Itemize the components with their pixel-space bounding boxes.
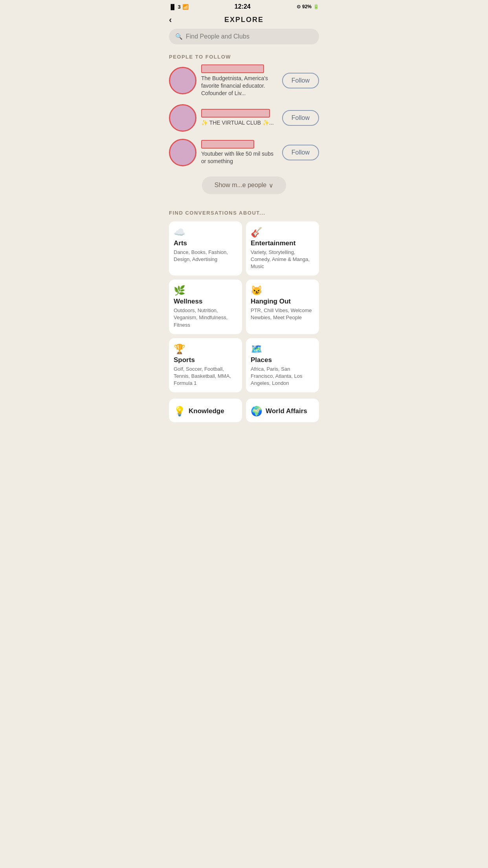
entertainment-name: Entertainment — [251, 239, 314, 247]
nav-bar: ‹ EXPLORE — [163, 12, 325, 29]
knowledge-icon: 💡 — [174, 406, 185, 417]
follow-button-3[interactable]: Follow — [282, 145, 319, 160]
places-subtopics: Africa, Paris, San Francisco, Atlanta, L… — [251, 366, 314, 387]
topic-card-arts[interactable]: ☁️ Arts Dance, Books, Fashion, Design, A… — [169, 221, 242, 276]
battery-bar: 🔋 — [313, 4, 319, 9]
people-section-header: PEOPLE TO FOLLOW — [163, 51, 325, 64]
wellness-subtopics: Outdoors, Nutrition, Veganism, Mindfulne… — [174, 307, 237, 329]
status-left: ▐▌ 3 📶 — [169, 4, 189, 10]
topic-card-sports[interactable]: 🏆 Sports Golf, Soccer, Football, Tennis,… — [169, 338, 242, 393]
sports-icon: 🏆 — [174, 344, 237, 355]
show-more-button[interactable]: Show m...e people ∨ — [202, 177, 286, 194]
page-title: EXPLORE — [224, 16, 264, 24]
person-name-redacted — [201, 140, 254, 149]
sports-subtopics: Golf, Soccer, Football, Tennis, Basketba… — [174, 366, 237, 387]
topic-card-wellness[interactable]: 🌿 Wellness Outdoors, Nutrition, Veganism… — [169, 280, 242, 334]
arts-name: Arts — [174, 239, 237, 247]
conversations-grid: ☁️ Arts Dance, Books, Fashion, Design, A… — [169, 221, 319, 393]
search-container: 🔍 — [163, 29, 325, 51]
people-list: The Budgetnista, America's favorite fina… — [163, 64, 325, 166]
world-affairs-name: World Affairs — [266, 407, 307, 415]
avatar — [169, 104, 196, 132]
wifi-icon: 📶 — [182, 4, 189, 10]
show-more-container: Show m...e people ∨ — [163, 173, 325, 204]
entertainment-subtopics: Variety, Storytelling, Comedy, Anime & M… — [251, 249, 314, 270]
topic-card-hanging-out[interactable]: 😼 Hanging Out PTR, Chill Vibes, Welcome … — [246, 280, 319, 334]
status-time: 12:24 — [235, 3, 251, 10]
places-icon: 🗺️ — [251, 344, 314, 355]
conversations-section: FIND CONVERSATIONS ABOUT... ☁️ Arts Danc… — [163, 204, 325, 399]
status-bar: ▐▌ 3 📶 12:24 ⊙ 92% 🔋 — [163, 0, 325, 12]
back-button[interactable]: ‹ — [169, 15, 172, 25]
world-affairs-icon: 🌍 — [251, 406, 262, 417]
wellness-icon: 🌿 — [174, 285, 237, 296]
person-info: Youtuber with like 50 mil subs or someth… — [201, 140, 277, 165]
battery-percent: 92% — [302, 4, 312, 9]
arts-subtopics: Dance, Books, Fashion, Design, Advertisi… — [174, 249, 237, 263]
follow-button-2[interactable]: Follow — [282, 110, 319, 126]
person-bio: ✨ THE VIRTUAL CLUB ✨... — [201, 119, 277, 127]
sports-name: Sports — [174, 356, 237, 364]
search-bar[interactable]: 🔍 — [169, 29, 319, 44]
topic-card-knowledge[interactable]: 💡 Knowledge — [169, 399, 242, 422]
avatar — [169, 67, 196, 94]
arts-icon: ☁️ — [174, 227, 237, 238]
status-right: ⊙ 92% 🔋 — [297, 4, 319, 9]
person-name-redacted — [201, 64, 264, 73]
network-label: 3 — [178, 4, 180, 10]
person-item: The Budgetnista, America's favorite fina… — [169, 64, 319, 97]
bottom-partial-cards: 💡 Knowledge 🌍 World Affairs — [163, 399, 325, 422]
conversations-section-header: FIND CONVERSATIONS ABOUT... — [169, 207, 319, 221]
topic-card-places[interactable]: 🗺️ Places Africa, Paris, San Francisco, … — [246, 338, 319, 393]
show-more-label: Show m...e people — [215, 182, 267, 189]
person-item: ✨ THE VIRTUAL CLUB ✨... Follow — [169, 104, 319, 132]
person-name-redacted — [201, 109, 270, 118]
entertainment-icon: 🎸 — [251, 227, 314, 238]
knowledge-name: Knowledge — [189, 407, 224, 415]
signal-icon: ▐▌ — [169, 4, 176, 10]
follow-button-1[interactable]: Follow — [282, 73, 319, 88]
search-icon: 🔍 — [175, 33, 183, 40]
search-input[interactable] — [186, 33, 313, 40]
topic-card-entertainment[interactable]: 🎸 Entertainment Variety, Storytelling, C… — [246, 221, 319, 276]
battery-icon: ⊙ — [297, 4, 301, 9]
person-info: ✨ THE VIRTUAL CLUB ✨... — [201, 109, 277, 127]
hanging-out-subtopics: PTR, Chill Vibes, Welcome Newbies, Meet … — [251, 307, 314, 321]
person-bio: Youtuber with like 50 mil subs or someth… — [201, 150, 277, 165]
person-item: Youtuber with like 50 mil subs or someth… — [169, 139, 319, 166]
wellness-name: Wellness — [174, 298, 237, 305]
chevron-down-icon: ∨ — [269, 182, 273, 189]
topic-card-world-affairs[interactable]: 🌍 World Affairs — [246, 399, 319, 422]
hanging-out-name: Hanging Out — [251, 298, 314, 305]
person-bio: The Budgetnista, America's favorite fina… — [201, 75, 277, 97]
hanging-out-icon: 😼 — [251, 285, 314, 296]
avatar — [169, 139, 196, 166]
places-name: Places — [251, 356, 314, 364]
person-info: The Budgetnista, America's favorite fina… — [201, 64, 277, 97]
